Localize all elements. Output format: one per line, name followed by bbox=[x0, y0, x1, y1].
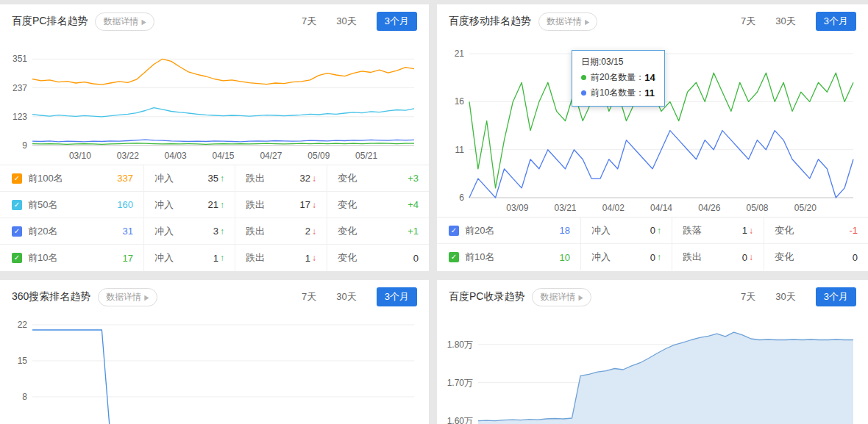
panel-header: 百度PC收录趋势 数据详情▶ 7天 30天 3个月 bbox=[437, 280, 868, 314]
svg-text:351: 351 bbox=[13, 54, 27, 64]
change-label: 变化 bbox=[338, 172, 357, 185]
so360-chart-area: 81522 bbox=[0, 314, 429, 424]
range-3m-button[interactable]: 3个月 bbox=[377, 287, 417, 306]
baidu-pc-chart-area: 912323735103/1003/2204/0304/1504/2705/09… bbox=[0, 38, 429, 165]
data-detail-label: 数据详情 bbox=[103, 15, 138, 28]
svg-text:04/27: 04/27 bbox=[260, 151, 282, 161]
svg-text:22: 22 bbox=[18, 320, 28, 330]
in-value: 3↑ bbox=[213, 226, 224, 237]
panel-title: 360搜索排名趋势 bbox=[12, 290, 90, 303]
data-detail-button[interactable]: 数据详情▶ bbox=[98, 288, 157, 306]
range-7d-button[interactable]: 7天 bbox=[302, 15, 316, 28]
out-value: 1↓ bbox=[305, 253, 316, 264]
baidu-mobile-rank-chart[interactable]: 611162103/0903/2104/0204/1404/2605/0805/… bbox=[443, 38, 862, 217]
series-count: 17 bbox=[123, 253, 133, 264]
in-value: 35↑ bbox=[208, 173, 224, 184]
series-count: 18 bbox=[560, 225, 570, 236]
baidu-mobile-chart-area: 611162103/0903/2104/0204/1404/2605/0805/… bbox=[437, 38, 868, 217]
svg-text:16: 16 bbox=[455, 96, 465, 107]
series-checkbox[interactable]: ✓ bbox=[12, 226, 22, 237]
series-checkbox[interactable]: ✓ bbox=[12, 253, 22, 263]
range-7d-button[interactable]: 7天 bbox=[741, 290, 755, 303]
out-label: 跌出 bbox=[246, 225, 265, 238]
svg-text:04/03: 04/03 bbox=[165, 151, 187, 161]
range-7d-button[interactable]: 7天 bbox=[302, 290, 316, 303]
table-row: ✓前20名31 冲入3↑ 跌出2↓ 变化+1 bbox=[0, 218, 429, 245]
range-30d-button[interactable]: 30天 bbox=[775, 290, 795, 303]
range-filters: 7天 30天 3个月 bbox=[721, 12, 856, 31]
up-arrow-icon: ↑ bbox=[657, 226, 661, 236]
so360-rank-chart[interactable]: 81522 bbox=[6, 314, 423, 424]
change-label: 变化 bbox=[338, 225, 357, 238]
range-30d-button[interactable]: 30天 bbox=[775, 15, 795, 28]
series-checkbox[interactable]: ✓ bbox=[449, 226, 459, 236]
change-value: +1 bbox=[408, 226, 419, 237]
series-name: 前20名 bbox=[28, 225, 57, 238]
series-name: 前50名 bbox=[28, 198, 57, 212]
up-arrow-icon: ↑ bbox=[220, 200, 224, 210]
down-arrow-icon: ↓ bbox=[312, 253, 316, 263]
series-count: 31 bbox=[123, 226, 133, 237]
svg-text:6: 6 bbox=[459, 193, 464, 203]
series-checkbox[interactable]: ✓ bbox=[449, 252, 459, 262]
change-label: 变化 bbox=[775, 224, 794, 237]
series-name: 前10名 bbox=[28, 251, 57, 265]
panel-header: 百度移动排名趋势 数据详情▶ 7天 30天 3个月 bbox=[437, 4, 868, 38]
series-checkbox[interactable]: ✓ bbox=[12, 200, 22, 210]
range-3m-button[interactable]: 3个月 bbox=[377, 12, 417, 31]
in-value: 0↑ bbox=[650, 225, 661, 236]
baidu-pc-rank-chart[interactable]: 912323735103/1003/2204/0304/1504/2705/09… bbox=[6, 38, 423, 165]
change-value: +4 bbox=[408, 199, 419, 210]
in-label: 冲入 bbox=[154, 251, 174, 265]
range-3m-button[interactable]: 3个月 bbox=[816, 12, 856, 31]
svg-text:03/09: 03/09 bbox=[506, 203, 528, 213]
in-value: 0↑ bbox=[650, 252, 661, 263]
range-filters: 7天 30天 3个月 bbox=[282, 12, 417, 31]
data-detail-button[interactable]: 数据详情▶ bbox=[532, 288, 591, 306]
panel-360-rank: 360搜索排名趋势 数据详情▶ 7天 30天 3个月 81522 bbox=[0, 280, 429, 424]
in-label: 冲入 bbox=[591, 251, 611, 264]
down-arrow-icon: ↓ bbox=[749, 252, 753, 262]
panel-baidu-pc-index: 百度PC收录趋势 数据详情▶ 7天 30天 3个月 1.60万1.70万1.80… bbox=[437, 280, 868, 424]
range-3m-button[interactable]: 3个月 bbox=[816, 287, 856, 306]
panel-baidu-mobile-rank: 百度移动排名趋势 数据详情▶ 7天 30天 3个月 611162103/0903… bbox=[437, 4, 868, 271]
series-checkbox[interactable]: ✓ bbox=[12, 173, 22, 184]
in-value: 21↑ bbox=[208, 199, 224, 210]
series-count: 10 bbox=[560, 252, 570, 263]
out-label: 跌落 bbox=[683, 224, 702, 237]
data-detail-button[interactable]: 数据详情▶ bbox=[95, 12, 154, 31]
data-detail-label: 数据详情 bbox=[106, 291, 141, 303]
range-30d-button[interactable]: 30天 bbox=[336, 290, 356, 303]
up-arrow-icon: ↑ bbox=[220, 226, 224, 237]
panel-header: 百度PC排名趋势 数据详情▶ 7天 30天 3个月 bbox=[0, 4, 429, 38]
svg-text:05/09: 05/09 bbox=[307, 151, 330, 161]
panel-header: 360搜索排名趋势 数据详情▶ 7天 30天 3个月 bbox=[0, 280, 429, 314]
svg-text:237: 237 bbox=[13, 83, 27, 93]
series-name: 前100名 bbox=[28, 172, 63, 185]
svg-text:15: 15 bbox=[18, 356, 28, 366]
range-7d-button[interactable]: 7天 bbox=[741, 15, 755, 28]
out-value: 1↓ bbox=[742, 225, 753, 236]
up-arrow-icon: ↑ bbox=[220, 253, 224, 263]
out-value: 2↓ bbox=[305, 226, 316, 237]
table-row: ✓前100名337 冲入35↑ 跌出32↓ 变化+3 bbox=[0, 165, 429, 192]
out-label: 跌出 bbox=[246, 251, 265, 265]
data-detail-button[interactable]: 数据详情▶ bbox=[538, 12, 597, 31]
in-value: 1↑ bbox=[213, 253, 224, 264]
baidu-pc-index-chart[interactable]: 1.60万1.70万1.80万 bbox=[443, 314, 862, 424]
svg-text:21: 21 bbox=[455, 48, 465, 59]
change-value: -1 bbox=[849, 225, 858, 236]
range-30d-button[interactable]: 30天 bbox=[336, 15, 356, 28]
series-name: 前10名 bbox=[465, 251, 494, 264]
svg-text:03/10: 03/10 bbox=[69, 151, 91, 161]
panel-baidu-pc-rank: 百度PC排名趋势 数据详情▶ 7天 30天 3个月 912323735103/1… bbox=[0, 4, 429, 271]
change-label: 变化 bbox=[338, 198, 357, 212]
baidu-mobile-summary-table: ✓前20名18 冲入0↑ 跌落1↓ 变化-1 ✓前10名10 冲入0↑ 跌出0↓… bbox=[437, 217, 868, 270]
down-arrow-icon: ↓ bbox=[312, 226, 316, 237]
svg-text:03/21: 03/21 bbox=[554, 203, 576, 213]
up-arrow-icon: ↑ bbox=[657, 252, 661, 262]
range-filters: 7天 30天 3个月 bbox=[721, 287, 856, 306]
svg-text:05/21: 05/21 bbox=[355, 151, 377, 161]
out-label: 跌出 bbox=[246, 172, 265, 185]
chevron-right-icon: ▶ bbox=[144, 293, 149, 301]
